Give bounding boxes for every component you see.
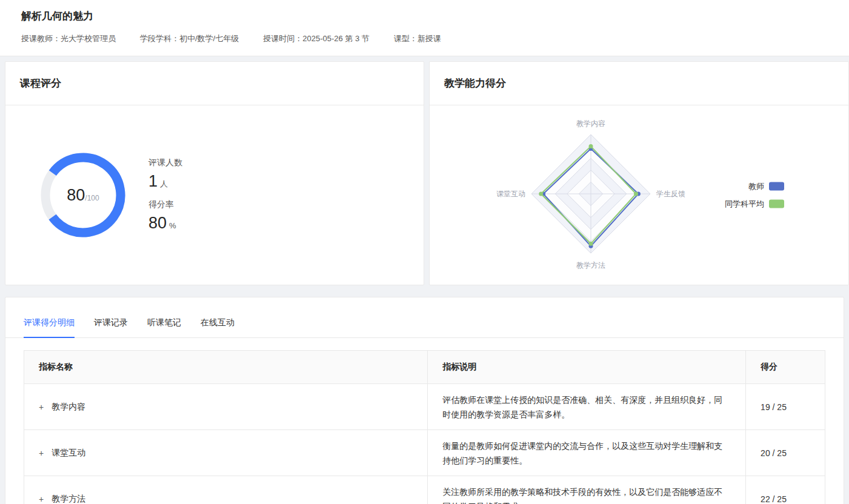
tab-listening-notes[interactable]: 听课笔记	[147, 317, 181, 338]
legend-teacher-swatch-icon	[769, 182, 784, 191]
expand-icon[interactable]: +	[39, 495, 44, 503]
score-rate-value-row: 80%	[148, 214, 182, 233]
indicator-name: 教学方法	[52, 494, 85, 504]
meta-lesson-type-label: 课型：	[394, 34, 418, 43]
meta-lesson-type-value: 新授课	[418, 34, 441, 43]
indicator-desc: 衡量的是教师如何促进课堂内的交流与合作，以及这些互动对学生理解和支持他们学习的重…	[442, 439, 731, 468]
svg-text:教学内容: 教学内容	[576, 119, 605, 128]
indicator-score: 20 / 25	[761, 448, 787, 458]
header-indicator-name: 指标名称	[24, 351, 428, 384]
radar-legend: 教师 同学科平均	[725, 181, 784, 210]
details-tabs: 评课得分明细 评课记录 听课笔记 在线互动	[5, 297, 844, 338]
header-score: 得分	[746, 351, 825, 384]
indicator-desc: 评估教师在课堂上传授的知识是否准确、相关、有深度，并且组织良好，同时使用的教学资…	[442, 393, 731, 422]
expand-icon[interactable]: +	[39, 403, 44, 411]
score-value: 80	[67, 186, 85, 204]
summary-cards-row: 课程评分 80/100 评课人数 1人 得分率 80%	[0, 56, 849, 290]
raters-value-row: 1人	[148, 172, 182, 191]
table-row: + 课堂互动 衡量的是教师如何促进课堂内的交流与合作，以及这些互动对学生理解和支…	[24, 430, 825, 476]
course-score-card: 课程评分 80/100 评课人数 1人 得分率 80%	[5, 61, 424, 285]
expand-icon[interactable]: +	[39, 449, 44, 457]
teaching-ability-title: 教学能力得分	[430, 62, 848, 105]
course-meta-row: 授课教师：光大学校管理员 学段学科：初中/数学/七年级 授课时间：2025-05…	[21, 33, 828, 44]
legend-subject-average-label: 同学科平均	[725, 199, 764, 210]
course-score-body: 80/100 评课人数 1人 得分率 80%	[5, 105, 424, 285]
evaluation-details-card: 评课得分明细 评课记录 听课笔记 在线互动 指标名称 指标说明 得分 + 教学内…	[5, 297, 844, 504]
teaching-ability-card: 教学能力得分 教学内容学生反馈教学方法课堂互动 教师 同学科平均	[429, 61, 849, 285]
meta-teacher: 授课教师：光大学校管理员	[21, 33, 116, 44]
donut-center-text: 80/100	[41, 153, 125, 237]
teaching-ability-body: 教学内容学生反馈教学方法课堂互动 教师 同学科平均	[430, 105, 848, 285]
indicator-desc: 关注教师所采用的教学策略和技术手段的有效性，以及它们是否能够适应不同的学习风格和…	[442, 485, 731, 504]
indicator-score: 19 / 25	[761, 402, 787, 412]
course-score-title: 课程评分	[5, 62, 424, 105]
meta-grade-subject-label: 学段学科：	[140, 34, 179, 43]
page-title: 解析几何的魅力	[21, 9, 828, 23]
header-indicator-desc: 指标说明	[428, 351, 746, 384]
raters-value: 1	[148, 172, 158, 190]
meta-teacher-label: 授课教师：	[21, 34, 61, 43]
legend-subject-average-swatch-icon	[769, 200, 784, 208]
meta-time: 授课时间：2025-05-26 第 3 节	[263, 33, 370, 44]
tab-score-details[interactable]: 评课得分明细	[24, 317, 75, 338]
table-row: + 教学内容 评估教师在课堂上传授的知识是否准确、相关、有深度，并且组织良好，同…	[24, 384, 825, 430]
radar-chart-wrap: 教学内容学生反馈教学方法课堂互动	[488, 104, 694, 286]
course-header: 解析几何的魅力 授课教师：光大学校管理员 学段学科：初中/数学/七年级 授课时间…	[0, 0, 849, 56]
raters-label: 评课人数	[148, 158, 182, 168]
score-rate-label: 得分率	[148, 199, 182, 210]
score-rate-value: 80	[148, 214, 167, 232]
score-rate-unit: %	[169, 221, 176, 230]
indicator-name: 课堂互动	[52, 448, 85, 459]
meta-teacher-value: 光大学校管理员	[61, 34, 116, 43]
indicator-score: 22 / 25	[761, 494, 787, 504]
table-header-row: 指标名称 指标说明 得分	[24, 351, 825, 384]
indicator-name: 教学内容	[52, 402, 85, 413]
legend-item-teacher[interactable]: 教师	[748, 181, 784, 192]
svg-text:学生反馈: 学生反馈	[656, 190, 685, 198]
legend-item-subject-average[interactable]: 同学科平均	[725, 199, 784, 210]
raters-unit: 人	[160, 179, 168, 188]
svg-text:课堂互动: 课堂互动	[496, 190, 525, 198]
meta-time-label: 授课时间：	[263, 34, 302, 43]
score-stats: 评课人数 1人 得分率 80%	[148, 158, 182, 233]
meta-time-value: 2025-05-26 第 3 节	[302, 34, 370, 43]
tab-online-interaction[interactable]: 在线互动	[201, 317, 235, 338]
score-details-table: 指标名称 指标说明 得分 + 教学内容 评估教师在课堂上传授的知识是否准确、相关…	[24, 350, 825, 504]
svg-text:教学方法: 教学方法	[576, 261, 605, 270]
meta-lesson-type: 课型：新授课	[394, 33, 441, 44]
score-denominator: /100	[85, 194, 99, 202]
legend-teacher-label: 教师	[748, 181, 764, 192]
table-row: + 教学方法 关注教师所采用的教学策略和技术手段的有效性，以及它们是否能够适应不…	[24, 476, 825, 504]
tab-review-records[interactable]: 评课记录	[94, 317, 128, 338]
radar-chart: 教学内容学生反馈教学方法课堂互动	[488, 104, 694, 284]
course-score-donut: 80/100	[41, 153, 125, 237]
meta-grade-subject: 学段学科：初中/数学/七年级	[140, 33, 239, 44]
meta-grade-subject-value: 初中/数学/七年级	[179, 34, 239, 43]
